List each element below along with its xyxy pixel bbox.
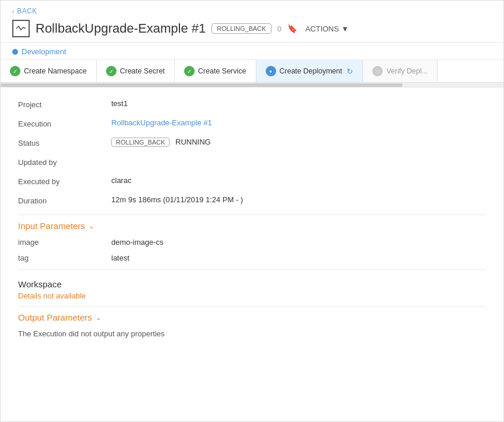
executed-by-row: Executed by clarac [18, 176, 486, 186]
details-section: Project test1 Execution RollbackUpgrade-… [1, 87, 503, 350]
input-params-list: image demo-image-cs tag latest [18, 238, 486, 262]
tag-icon: 🔖 [287, 24, 297, 33]
stage-label-create-namespace: Create Namespace [24, 67, 87, 75]
back-button[interactable]: ‹ BACK [12, 7, 37, 15]
stage-check-icon-create-namespace: ✓ [10, 66, 20, 76]
stage-label-verify-deployment: Verify Depl... [386, 67, 428, 75]
stage-label-create-secret: Create Secret [120, 67, 165, 75]
project-row: Project test1 [18, 99, 486, 109]
page-title: RollbackUpgrade-Example #1 [36, 21, 206, 36]
workflow-icon [12, 20, 30, 37]
stage-label-create-deployment: Create Deployment [280, 67, 343, 75]
output-params-title: Output Parameters [18, 312, 92, 322]
stage-label-create-service: Create Service [198, 67, 246, 75]
stages-row: ✓ Create Namespace ✓ Create Secret ✓ Cre… [1, 59, 503, 82]
stage-pending-icon-verify-deployment: ○ [372, 66, 383, 76]
env-dot [12, 49, 18, 55]
workspace-section: Workspace Details not available [18, 276, 486, 300]
stage-active-icon-create-deployment: ● [266, 66, 276, 76]
output-params-chevron-icon: ⌄ [96, 314, 101, 322]
input-params-title: Input Parameters [18, 221, 85, 231]
divider-1 [18, 214, 486, 215]
status-badge: ROLLING_BACK [111, 138, 170, 147]
output-note: The Execution did not output any propert… [18, 329, 486, 338]
actions-chevron-icon: ▼ [341, 24, 349, 33]
stage-create-deployment[interactable]: ● Create Deployment ↻ [256, 60, 364, 82]
header-status-badge: ROLLING_BACK [212, 23, 271, 34]
project-value: test1 [111, 99, 486, 108]
output-params-header[interactable]: Output Parameters ⌄ [18, 312, 486, 322]
actions-label: ACTIONS [305, 24, 339, 33]
stage-create-namespace[interactable]: ✓ Create Namespace [1, 60, 97, 82]
workspace-title: Workspace [18, 279, 486, 289]
execution-row: Execution RollbackUpgrade-Example #1 [18, 118, 486, 128]
divider-3 [18, 306, 486, 307]
actions-button[interactable]: ACTIONS ▼ [305, 24, 349, 33]
stage-check-icon-create-secret: ✓ [106, 66, 117, 76]
executed-by-value: clarac [111, 176, 486, 185]
param-value-image: demo-image-cs [111, 238, 164, 247]
back-chevron-icon: ‹ [12, 8, 15, 15]
status-label: Status [18, 138, 111, 147]
param-label-tag: tag [18, 254, 111, 262]
divider-2 [18, 269, 486, 270]
stage-refresh-icon: ↻ [347, 67, 353, 76]
input-params-header[interactable]: Input Parameters ⌄ [18, 221, 486, 231]
executed-by-label: Executed by [18, 176, 111, 186]
run-count: 0 [277, 24, 281, 33]
header: ‹ BACK RollbackUpgrade-Example #1 ROLLIN… [1, 1, 503, 43]
status-text: RUNNING [175, 138, 211, 146]
pipeline-strip: Development ✓ Create Namespace ✓ Create … [1, 43, 503, 83]
param-row-tag: tag latest [18, 254, 486, 262]
duration-value: 12m 9s 186ms (01/11/2019 1:24 PM - ) [111, 195, 486, 204]
env-bar: Development [1, 43, 503, 59]
stage-create-service[interactable]: ✓ Create Service [175, 60, 256, 82]
input-params-chevron-icon: ⌄ [89, 222, 94, 230]
stage-verify-deployment[interactable]: ○ Verify Depl... [363, 60, 438, 82]
status-row: Status ROLLING_BACK RUNNING [18, 138, 486, 147]
title-row: RollbackUpgrade-Example #1 ROLLING_BACK … [12, 20, 492, 37]
back-label: BACK [17, 7, 37, 15]
execution-value[interactable]: RollbackUpgrade-Example #1 [111, 118, 486, 127]
env-name: Development [22, 47, 66, 56]
status-value: ROLLING_BACK RUNNING [111, 138, 486, 147]
horizontal-scrollbar[interactable] [1, 83, 503, 87]
output-section: Output Parameters ⌄ The Execution did no… [18, 312, 486, 338]
updated-by-label: Updated by [18, 157, 111, 167]
param-value-tag: latest [111, 254, 129, 262]
updated-by-row: Updated by [18, 157, 486, 167]
duration-label: Duration [18, 195, 111, 205]
workspace-subtitle: Details not available [18, 291, 486, 300]
param-row-image: image demo-image-cs [18, 238, 486, 247]
stage-create-secret[interactable]: ✓ Create Secret [97, 60, 175, 82]
project-label: Project [18, 99, 111, 109]
stage-check-icon-create-service: ✓ [184, 66, 195, 76]
param-label-image: image [18, 238, 111, 247]
execution-label: Execution [18, 118, 111, 128]
duration-row: Duration 12m 9s 186ms (01/11/2019 1:24 P… [18, 195, 486, 205]
scroll-thumb [1, 83, 403, 87]
